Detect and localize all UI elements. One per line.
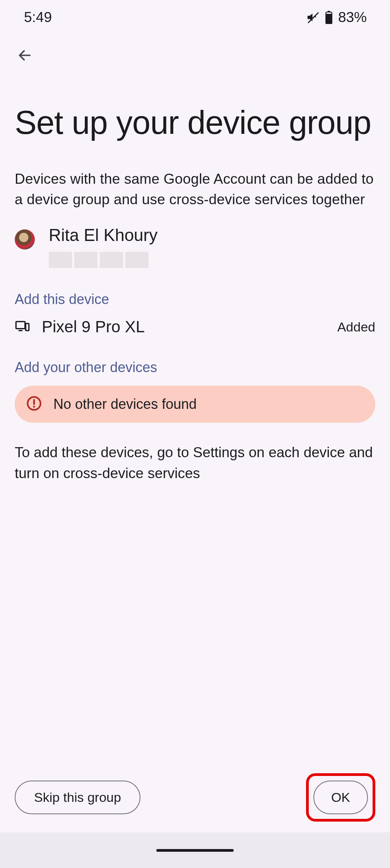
back-button[interactable] [15,46,34,65]
status-bar: 5:49 83% [0,0,390,35]
battery-percentage: 83% [338,9,367,26]
avatar [15,229,35,249]
account-row[interactable]: Rita El Khoury [15,226,375,268]
button-bar: Skip this group OK [0,773,390,822]
account-info: Rita El Khoury [49,226,157,268]
main-content: Set up your device group Devices with th… [0,65,390,484]
battery-icon [325,11,333,24]
svg-rect-3 [326,14,332,24]
svg-point-10 [33,406,35,408]
devices-icon [15,318,30,335]
gesture-nav-area [0,832,390,868]
arrow-left-icon [17,48,32,64]
warning-banner: No other devices found [15,386,375,423]
ok-button-highlight: OK [306,773,375,822]
gesture-bar[interactable] [156,849,234,852]
mute-icon [306,11,320,24]
ok-button[interactable]: OK [313,781,368,814]
this-device-row: Pixel 9 Pro XL Added [15,318,375,336]
svg-rect-6 [26,323,29,330]
account-email-redacted [49,252,157,268]
page-subtitle: Devices with the same Google Account can… [15,169,375,210]
warning-text: No other devices found [53,396,197,412]
nav-bar [0,35,390,65]
hint-text: To add these devices, go to Settings on … [15,442,375,484]
status-right: 83% [306,9,367,26]
status-time: 5:49 [24,9,52,26]
alert-icon [26,396,42,413]
section-header-this-device: Add this device [15,291,375,308]
page-title: Set up your device group [15,104,375,142]
svg-rect-5 [16,321,25,328]
section-header-other-devices: Add your other devices [15,359,375,376]
account-name: Rita El Khoury [49,226,157,245]
this-device-status: Added [337,320,375,335]
skip-button[interactable]: Skip this group [15,781,140,814]
this-device-name: Pixel 9 Pro XL [42,318,326,336]
